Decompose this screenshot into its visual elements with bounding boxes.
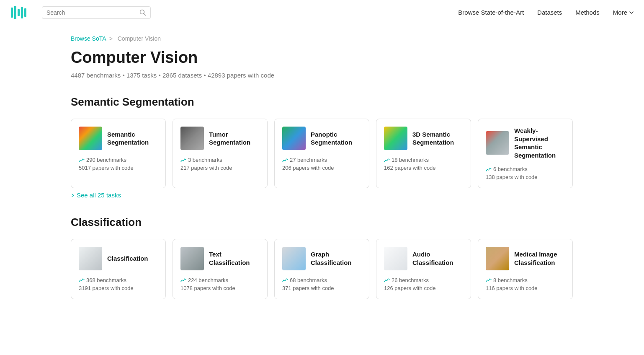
card-name: Weakly-Supervised Semantic Segmentation bbox=[514, 127, 565, 159]
card-2-semantic-segmentation[interactable]: Panoptic Segmentation 27 benchmarks 206 … bbox=[274, 119, 369, 188]
chart-icon bbox=[282, 277, 288, 283]
card-papers: 1078 papers with code bbox=[180, 285, 260, 291]
card-name: Semantic Segmentation bbox=[107, 130, 158, 147]
page-content: Browse SoTA > Computer Vision Computer V… bbox=[54, 25, 590, 333]
card-benchmarks: 368 benchmarks bbox=[79, 277, 158, 283]
card-name: Audio Classification bbox=[412, 250, 463, 267]
chart-icon bbox=[180, 157, 186, 163]
card-thumbnail bbox=[282, 127, 306, 150]
card-thumbnail bbox=[79, 247, 102, 270]
card-name: Panoptic Segmentation bbox=[311, 130, 361, 147]
card-name: Medical Image Classification bbox=[514, 250, 565, 267]
card-papers: 5017 papers with code bbox=[79, 165, 158, 171]
chart-icon bbox=[486, 166, 492, 172]
section-semantic-segmentation: Semantic Segmentation Semantic Segmentat… bbox=[71, 96, 573, 199]
card-thumbnail bbox=[282, 247, 306, 270]
card-thumbnail bbox=[180, 247, 204, 270]
chevron-right-icon bbox=[71, 193, 75, 197]
cards-row-classification: Classification 368 benchmarks 3191 paper… bbox=[71, 239, 573, 299]
breadcrumb-parent[interactable]: Browse SoTA bbox=[71, 35, 106, 42]
card-header: Panoptic Segmentation bbox=[282, 127, 361, 150]
card-4-classification[interactable]: Medical Image Classification 8 benchmark… bbox=[478, 239, 573, 299]
svg-rect-2 bbox=[18, 9, 20, 16]
breadcrumb-current: Computer Vision bbox=[118, 35, 161, 42]
card-papers: 116 papers with code bbox=[486, 285, 565, 291]
card-1-semantic-segmentation[interactable]: Tumor Segmentation 3 benchmarks 217 pape… bbox=[173, 119, 268, 188]
card-1-classification[interactable]: Text Classification 224 benchmarks 1078 … bbox=[173, 239, 268, 299]
card-benchmarks: 18 benchmarks bbox=[384, 157, 463, 163]
chart-icon bbox=[180, 277, 186, 283]
breadcrumb: Browse SoTA > Computer Vision bbox=[71, 35, 573, 42]
card-papers: 162 papers with code bbox=[384, 165, 463, 171]
search-box[interactable] bbox=[42, 6, 151, 19]
card-thumbnail bbox=[180, 127, 204, 150]
nav-more[interactable]: More bbox=[613, 9, 634, 16]
card-benchmarks: 26 benchmarks bbox=[384, 277, 463, 283]
card-benchmarks: 8 benchmarks bbox=[486, 277, 565, 283]
nav-links: Browse State-of-the-Art Datasets Methods… bbox=[458, 9, 634, 16]
chevron-down-icon bbox=[629, 10, 634, 15]
page-stats: 4487 benchmarks • 1375 tasks • 2865 data… bbox=[71, 72, 573, 79]
card-papers: 217 papers with code bbox=[180, 165, 260, 171]
card-thumbnail bbox=[384, 247, 407, 270]
chart-icon bbox=[486, 277, 492, 283]
breadcrumb-separator: > bbox=[109, 35, 113, 42]
card-name: Classification bbox=[107, 254, 148, 263]
chart-icon bbox=[79, 277, 85, 283]
card-benchmarks: 6 benchmarks bbox=[486, 166, 565, 172]
svg-rect-0 bbox=[11, 8, 13, 18]
card-papers: 3191 papers with code bbox=[79, 285, 158, 291]
card-thumbnail bbox=[486, 247, 509, 270]
page-title: Computer Vision bbox=[71, 49, 573, 67]
chart-icon bbox=[384, 277, 390, 283]
nav-browse-sota[interactable]: Browse State-of-the-Art bbox=[458, 9, 524, 16]
svg-rect-4 bbox=[24, 8, 26, 17]
search-input[interactable] bbox=[46, 9, 137, 16]
chart-icon bbox=[282, 157, 288, 163]
card-benchmarks: 290 benchmarks bbox=[79, 157, 158, 163]
card-papers: 206 papers with code bbox=[282, 165, 361, 171]
logo[interactable] bbox=[10, 4, 27, 21]
card-header: Semantic Segmentation bbox=[79, 127, 158, 150]
card-name: 3D Semantic Segmentation bbox=[412, 130, 463, 147]
chart-icon bbox=[384, 157, 390, 163]
section-classification: Classification Classification 368 benchm… bbox=[71, 216, 573, 299]
card-thumbnail bbox=[486, 131, 509, 155]
card-header: Medical Image Classification bbox=[486, 247, 565, 270]
card-papers: 138 papers with code bbox=[486, 174, 565, 180]
card-3-semantic-segmentation[interactable]: 3D Semantic Segmentation 18 benchmarks 1… bbox=[376, 119, 471, 188]
card-0-classification[interactable]: Classification 368 benchmarks 3191 paper… bbox=[71, 239, 166, 299]
card-name: Text Classification bbox=[209, 250, 260, 267]
cards-row-semantic-segmentation: Semantic Segmentation 290 benchmarks 501… bbox=[71, 119, 573, 188]
card-papers: 126 papers with code bbox=[384, 285, 463, 291]
card-benchmarks: 68 benchmarks bbox=[282, 277, 361, 283]
sections-container: Semantic Segmentation Semantic Segmentat… bbox=[71, 96, 573, 299]
card-benchmarks: 27 benchmarks bbox=[282, 157, 361, 163]
section-title-classification: Classification bbox=[71, 216, 573, 229]
card-header: 3D Semantic Segmentation bbox=[384, 127, 463, 150]
card-header: Audio Classification bbox=[384, 247, 463, 270]
card-header: Classification bbox=[79, 247, 158, 270]
card-3-classification[interactable]: Audio Classification 26 benchmarks 126 p… bbox=[376, 239, 471, 299]
card-2-classification[interactable]: Graph Classification 68 benchmarks 371 p… bbox=[274, 239, 369, 299]
svg-line-6 bbox=[144, 13, 146, 15]
nav-datasets[interactable]: Datasets bbox=[537, 9, 562, 16]
card-header: Text Classification bbox=[180, 247, 260, 270]
svg-rect-3 bbox=[21, 7, 23, 18]
chart-icon bbox=[79, 157, 85, 163]
card-0-semantic-segmentation[interactable]: Semantic Segmentation 290 benchmarks 501… bbox=[71, 119, 166, 188]
card-4-semantic-segmentation[interactable]: Weakly-Supervised Semantic Segmentation … bbox=[478, 119, 573, 188]
card-name: Graph Classification bbox=[311, 250, 361, 267]
card-header: Tumor Segmentation bbox=[180, 127, 260, 150]
search-icon bbox=[139, 9, 146, 16]
see-all-link-semantic-segmentation[interactable]: See all 25 tasks bbox=[71, 192, 121, 199]
svg-rect-1 bbox=[14, 6, 16, 19]
card-thumbnail bbox=[384, 127, 407, 150]
navbar: Browse State-of-the-Art Datasets Methods… bbox=[0, 0, 644, 25]
card-header: Weakly-Supervised Semantic Segmentation bbox=[486, 127, 565, 159]
nav-methods[interactable]: Methods bbox=[575, 9, 600, 16]
card-benchmarks: 224 benchmarks bbox=[180, 277, 260, 283]
card-benchmarks: 3 benchmarks bbox=[180, 157, 260, 163]
card-header: Graph Classification bbox=[282, 247, 361, 270]
section-title-semantic-segmentation: Semantic Segmentation bbox=[71, 96, 573, 109]
